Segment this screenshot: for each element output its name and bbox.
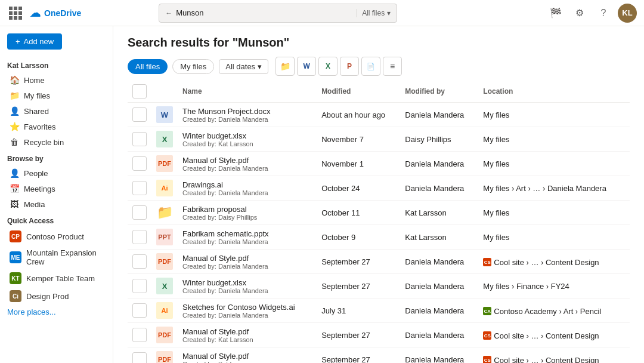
add-new-label: Add new (24, 37, 54, 46)
row-name-cell[interactable]: Manual of Style.pdf Created by: Kat Lars… (178, 323, 317, 347)
ppt-type-filter[interactable]: P (340, 57, 359, 76)
add-new-button[interactable]: + Add new (7, 33, 62, 50)
row-checkbox[interactable] (132, 205, 147, 220)
row-modified-by-cell: Daniela Mandera (400, 152, 478, 176)
search-input[interactable] (176, 8, 354, 17)
row-name-cell[interactable]: Drawings.ai Created by: Daniela Mandera (178, 176, 317, 201)
file-cell: Manual of Style.pdf Created by: Kat Lars… (182, 327, 312, 343)
sidebar-item-media[interactable]: 🖼 Media (2, 196, 110, 212)
location-text: Cool site › … › Content Design (494, 331, 599, 340)
search-scope-dropdown[interactable]: All files ▾ (357, 9, 391, 17)
row-name-cell[interactable]: Manual of Style.pdf Created by: Daniela … (178, 152, 317, 176)
table-row[interactable]: Ai Sketches for Contoso Widgets.ai Creat… (128, 299, 630, 323)
row-name-cell[interactable]: Fabrikam proposal Created by: Daisy Phil… (178, 201, 317, 225)
row-checkbox[interactable] (132, 328, 147, 342)
file-name[interactable]: Manual of Style.pdf (182, 156, 268, 165)
sidebar-item-meetings[interactable]: 📅 Meetings (2, 181, 110, 196)
sidebar-item-shared[interactable]: 👤 Shared (2, 103, 110, 119)
modified-date: October 9 (321, 233, 355, 242)
file-name[interactable]: Manual of Style.pdf (182, 254, 268, 263)
sidebar-item-people[interactable]: 👤 People (2, 165, 110, 181)
file-name[interactable]: Winter budget.xlsx (182, 278, 268, 287)
more-types-filter[interactable]: ≡ (383, 57, 402, 76)
file-name[interactable]: The Munson Project.docx (182, 107, 270, 116)
location-text: My files (483, 159, 509, 168)
table-row[interactable]: PDF Manual of Style.pdf Created by: Kat … (128, 323, 630, 347)
row-checkbox[interactable] (132, 303, 147, 318)
sidebar-item-my-files[interactable]: 📁 My files (2, 88, 110, 103)
location-icon: CS (483, 331, 491, 340)
modified-by-name: Daniela Mandera (405, 159, 464, 168)
table-row[interactable]: 📁 Fabrikam proposal Created by: Daisy Ph… (128, 201, 630, 225)
file-name[interactable]: Fabrikam schematic.pptx (182, 229, 269, 238)
col-name[interactable]: Name (178, 81, 317, 103)
row-name-cell[interactable]: Manual of Style.pdf Created by: Kat Lars… (178, 347, 317, 364)
sidebar-item-favorites[interactable]: ⭐ Favorites (2, 119, 110, 134)
all-files-filter[interactable]: All files (128, 59, 168, 74)
row-modified-cell: September 27 (317, 347, 400, 364)
row-name-cell[interactable]: Sketches for Contoso Widgets.ai Created … (178, 299, 317, 323)
row-type-icon-cell: PPT (151, 225, 178, 250)
row-name-cell[interactable]: Winter budget.xlsx Created by: Daniela M… (178, 274, 317, 299)
col-modified-by[interactable]: Modified by (400, 81, 478, 103)
word-type-filter[interactable]: W (297, 57, 316, 76)
sidebar-item-mountain[interactable]: ME Mountain Expansion Crew (2, 245, 110, 269)
avatar[interactable]: KL (618, 4, 637, 23)
file-name[interactable]: Drawings.ai (182, 180, 268, 189)
col-modified[interactable]: Modified (317, 81, 400, 103)
sidebar-item-recycle-bin[interactable]: 🗑 Recycle bin (2, 134, 110, 150)
row-checkbox[interactable] (132, 230, 147, 244)
table-row[interactable]: Ai Drawings.ai Created by: Daniela Mande… (128, 176, 630, 201)
col-location[interactable]: Location (478, 81, 630, 103)
file-name[interactable]: Manual of Style.pdf (182, 352, 253, 361)
file-info: The Munson Project.docx Created by: Dani… (182, 107, 270, 123)
select-all-checkbox[interactable] (132, 84, 147, 99)
row-checkbox[interactable] (132, 181, 147, 195)
row-modified-cell: October 11 (317, 201, 400, 225)
my-files-filter[interactable]: My files (172, 59, 214, 74)
table-row[interactable]: X Winter budget.xlsx Created by: Daniela… (128, 274, 630, 299)
row-checkbox[interactable] (132, 107, 147, 122)
file-cell: Fabrikam proposal Created by: Daisy Phil… (182, 205, 312, 221)
file-name[interactable]: Fabrikam proposal (182, 205, 257, 214)
file-name[interactable]: Manual of Style.pdf (182, 327, 253, 336)
file-name[interactable]: Winter budget.xlsx (182, 131, 253, 140)
all-dates-dropdown[interactable]: All dates ▾ (219, 59, 268, 74)
table-header: Name Modified Modified by Location (128, 81, 630, 103)
table-row[interactable]: PDF Manual of Style.pdf Created by: Dani… (128, 152, 630, 176)
help-button[interactable]: ? (594, 4, 613, 23)
table-row[interactable]: X Winter budget.xlsx Created by: Kat Lar… (128, 127, 630, 152)
row-checkbox[interactable] (132, 132, 147, 146)
row-checkbox[interactable] (132, 254, 147, 269)
row-name-cell[interactable]: The Munson Project.docx Created by: Dani… (178, 103, 317, 127)
table-row[interactable]: PDF Manual of Style.pdf Created by: Dani… (128, 250, 630, 274)
search-back-arrow[interactable]: ← (165, 9, 172, 17)
sidebar-item-contoso[interactable]: CP Contoso Product (2, 227, 110, 245)
sidebar-item-home[interactable]: 🏠 Home (2, 72, 110, 88)
row-modified-by-cell: Daniela Mandera (400, 274, 478, 299)
kemper-avatar: KT (10, 272, 21, 284)
search-title: Search results for "Munson" (128, 36, 630, 50)
notifications-button[interactable]: 🏁 (546, 4, 565, 23)
sidebar-item-design[interactable]: Ci Design Prod (2, 287, 110, 305)
sidebar-item-kemper[interactable]: KT Kemper Table Team (2, 269, 110, 287)
row-checkbox[interactable] (132, 156, 147, 171)
excel-type-filter[interactable]: X (318, 57, 338, 76)
table-row[interactable]: W The Munson Project.docx Created by: Da… (128, 103, 630, 127)
row-name-cell[interactable]: Winter budget.xlsx Created by: Kat Larss… (178, 127, 317, 152)
row-checkbox[interactable] (132, 279, 147, 293)
pdf-type-filter[interactable]: 📄 (361, 57, 380, 76)
row-checkbox[interactable] (132, 352, 147, 363)
location-text: My files (483, 208, 509, 217)
table-row[interactable]: PDF Manual of Style.pdf Created by: Kat … (128, 347, 630, 364)
modified-date: About an hour ago (321, 110, 385, 119)
table-row[interactable]: PPT Fabrikam schematic.pptx Created by: … (128, 225, 630, 250)
more-places-link[interactable]: More places... (0, 305, 113, 319)
folder-type-filter[interactable]: 📁 (275, 57, 295, 76)
file-name[interactable]: Sketches for Contoso Widgets.ai (182, 303, 295, 312)
row-name-cell[interactable]: Fabrikam schematic.pptx Created by: Dani… (178, 225, 317, 250)
all-dates-label: All dates (225, 62, 255, 71)
row-name-cell[interactable]: Manual of Style.pdf Created by: Daniela … (178, 250, 317, 274)
app-launcher-button[interactable] (7, 5, 24, 21)
settings-button[interactable]: ⚙ (570, 4, 589, 23)
